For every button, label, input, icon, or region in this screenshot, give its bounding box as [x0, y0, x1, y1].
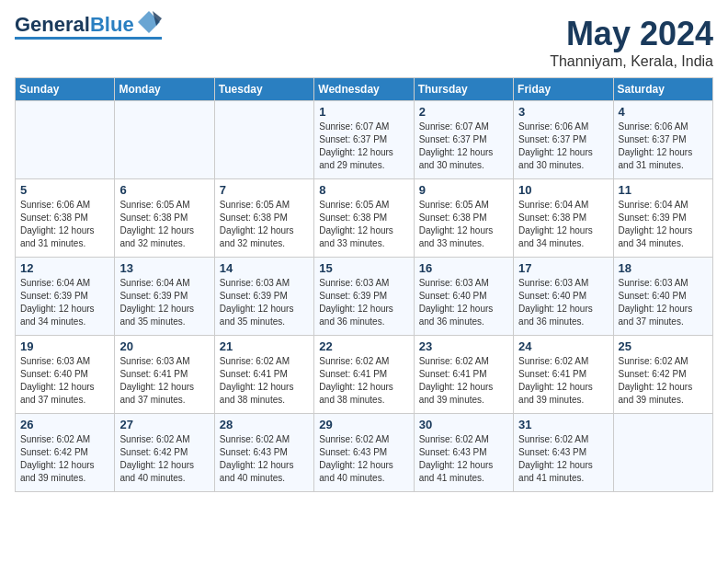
- calendar-cell: 7Sunrise: 6:05 AM Sunset: 6:38 PM Daylig…: [214, 179, 313, 258]
- calendar-cell: 13Sunrise: 6:04 AM Sunset: 6:39 PM Dayli…: [115, 258, 214, 336]
- calendar-week-row: 1Sunrise: 6:07 AM Sunset: 6:37 PM Daylig…: [16, 101, 713, 179]
- day-info: Sunrise: 6:02 AM Sunset: 6:42 PM Dayligh…: [20, 433, 109, 485]
- logo-icon: [136, 9, 162, 35]
- day-info: Sunrise: 6:06 AM Sunset: 6:37 PM Dayligh…: [619, 121, 708, 172]
- day-number: 3: [518, 105, 608, 119]
- calendar-cell: [16, 101, 115, 179]
- day-info: Sunrise: 6:03 AM Sunset: 6:40 PM Dayligh…: [518, 277, 608, 328]
- day-info: Sunrise: 6:04 AM Sunset: 6:39 PM Dayligh…: [619, 199, 708, 250]
- day-info: Sunrise: 6:02 AM Sunset: 6:43 PM Dayligh…: [319, 433, 408, 485]
- calendar-cell: 26Sunrise: 6:02 AM Sunset: 6:42 PM Dayli…: [16, 414, 115, 492]
- day-number: 6: [119, 183, 209, 197]
- calendar-week-row: 26Sunrise: 6:02 AM Sunset: 6:42 PM Dayli…: [16, 414, 713, 492]
- calendar-cell: 6Sunrise: 6:05 AM Sunset: 6:38 PM Daylig…: [115, 179, 214, 258]
- day-number: 16: [419, 261, 508, 275]
- header: GeneralBlue May 2024 Thanniyam, Kerala, …: [15, 15, 713, 70]
- calendar-cell: 12Sunrise: 6:04 AM Sunset: 6:39 PM Dayli…: [16, 258, 115, 336]
- calendar-cell: 31Sunrise: 6:02 AM Sunset: 6:43 PM Dayli…: [514, 414, 613, 492]
- calendar-cell: 18Sunrise: 6:03 AM Sunset: 6:40 PM Dayli…: [613, 258, 712, 336]
- calendar-cell: 27Sunrise: 6:02 AM Sunset: 6:42 PM Dayli…: [115, 414, 214, 492]
- day-info: Sunrise: 6:05 AM Sunset: 6:38 PM Dayligh…: [319, 199, 408, 250]
- calendar-cell: [613, 414, 712, 492]
- day-info: Sunrise: 6:03 AM Sunset: 6:40 PM Dayligh…: [20, 355, 109, 407]
- day-info: Sunrise: 6:02 AM Sunset: 6:42 PM Dayligh…: [119, 433, 209, 485]
- day-info: Sunrise: 6:05 AM Sunset: 6:38 PM Dayligh…: [419, 199, 508, 250]
- logo-underline: [15, 37, 162, 40]
- calendar-cell: 5Sunrise: 6:06 AM Sunset: 6:38 PM Daylig…: [16, 179, 115, 258]
- day-number: 1: [319, 105, 408, 119]
- weekday-header: Wednesday: [314, 78, 414, 101]
- day-number: 27: [119, 418, 209, 431]
- title-area: May 2024 Thanniyam, Kerala, India: [550, 15, 713, 70]
- day-info: Sunrise: 6:03 AM Sunset: 6:40 PM Dayligh…: [419, 277, 508, 328]
- calendar-cell: 20Sunrise: 6:03 AM Sunset: 6:41 PM Dayli…: [115, 336, 214, 414]
- day-info: Sunrise: 6:04 AM Sunset: 6:39 PM Dayligh…: [119, 277, 209, 328]
- calendar-cell: 22Sunrise: 6:02 AM Sunset: 6:41 PM Dayli…: [314, 336, 414, 414]
- day-number: 19: [20, 339, 109, 353]
- weekday-header: Friday: [514, 78, 613, 101]
- day-number: 23: [419, 339, 508, 353]
- day-number: 18: [619, 261, 708, 275]
- day-number: 28: [220, 418, 309, 431]
- day-number: 30: [419, 418, 508, 431]
- calendar-cell: 9Sunrise: 6:05 AM Sunset: 6:38 PM Daylig…: [414, 179, 513, 258]
- calendar-cell: 29Sunrise: 6:02 AM Sunset: 6:43 PM Dayli…: [314, 414, 414, 492]
- day-info: Sunrise: 6:04 AM Sunset: 6:39 PM Dayligh…: [20, 277, 109, 328]
- calendar-cell: [115, 101, 214, 179]
- logo-text: GeneralBlue: [15, 15, 134, 35]
- day-number: 22: [319, 339, 408, 353]
- calendar-subtitle: Thanniyam, Kerala, India: [550, 53, 713, 70]
- day-number: 5: [20, 183, 109, 197]
- calendar-cell: [214, 101, 313, 179]
- day-info: Sunrise: 6:03 AM Sunset: 6:39 PM Dayligh…: [319, 277, 408, 328]
- calendar-cell: 30Sunrise: 6:02 AM Sunset: 6:43 PM Dayli…: [414, 414, 513, 492]
- day-number: 24: [518, 339, 608, 353]
- calendar-cell: 4Sunrise: 6:06 AM Sunset: 6:37 PM Daylig…: [613, 101, 712, 179]
- day-info: Sunrise: 6:02 AM Sunset: 6:41 PM Dayligh…: [220, 355, 309, 407]
- day-number: 11: [619, 183, 708, 197]
- day-number: 14: [220, 261, 309, 275]
- calendar-week-row: 5Sunrise: 6:06 AM Sunset: 6:38 PM Daylig…: [16, 179, 713, 258]
- weekday-header: Tuesday: [214, 78, 313, 101]
- calendar-cell: 15Sunrise: 6:03 AM Sunset: 6:39 PM Dayli…: [314, 258, 414, 336]
- calendar-week-row: 19Sunrise: 6:03 AM Sunset: 6:40 PM Dayli…: [16, 336, 713, 414]
- calendar-cell: 1Sunrise: 6:07 AM Sunset: 6:37 PM Daylig…: [314, 101, 414, 179]
- day-info: Sunrise: 6:07 AM Sunset: 6:37 PM Dayligh…: [419, 121, 508, 172]
- calendar-cell: 10Sunrise: 6:04 AM Sunset: 6:38 PM Dayli…: [514, 179, 613, 258]
- calendar-cell: 28Sunrise: 6:02 AM Sunset: 6:43 PM Dayli…: [214, 414, 313, 492]
- calendar-week-row: 12Sunrise: 6:04 AM Sunset: 6:39 PM Dayli…: [16, 258, 713, 336]
- weekday-header-row: SundayMondayTuesdayWednesdayThursdayFrid…: [16, 78, 713, 101]
- day-number: 13: [119, 261, 209, 275]
- day-number: 26: [20, 418, 109, 431]
- day-number: 29: [319, 418, 408, 431]
- day-number: 7: [220, 183, 309, 197]
- weekday-header: Saturday: [613, 78, 712, 101]
- day-number: 17: [518, 261, 608, 275]
- day-info: Sunrise: 6:02 AM Sunset: 6:43 PM Dayligh…: [419, 433, 508, 485]
- day-info: Sunrise: 6:03 AM Sunset: 6:41 PM Dayligh…: [119, 355, 209, 407]
- day-info: Sunrise: 6:07 AM Sunset: 6:37 PM Dayligh…: [319, 121, 408, 172]
- weekday-header: Monday: [115, 78, 214, 101]
- day-info: Sunrise: 6:02 AM Sunset: 6:41 PM Dayligh…: [419, 355, 508, 407]
- calendar-cell: 25Sunrise: 6:02 AM Sunset: 6:42 PM Dayli…: [613, 336, 712, 414]
- calendar-cell: 3Sunrise: 6:06 AM Sunset: 6:37 PM Daylig…: [514, 101, 613, 179]
- day-info: Sunrise: 6:06 AM Sunset: 6:38 PM Dayligh…: [20, 199, 109, 250]
- day-number: 15: [319, 261, 408, 275]
- calendar-table: SundayMondayTuesdayWednesdayThursdayFrid…: [15, 77, 713, 492]
- day-info: Sunrise: 6:02 AM Sunset: 6:43 PM Dayligh…: [220, 433, 309, 485]
- day-number: 4: [619, 105, 708, 119]
- calendar-cell: 8Sunrise: 6:05 AM Sunset: 6:38 PM Daylig…: [314, 179, 414, 258]
- calendar-cell: 17Sunrise: 6:03 AM Sunset: 6:40 PM Dayli…: [514, 258, 613, 336]
- calendar-cell: 11Sunrise: 6:04 AM Sunset: 6:39 PM Dayli…: [613, 179, 712, 258]
- day-number: 21: [220, 339, 309, 353]
- day-info: Sunrise: 6:05 AM Sunset: 6:38 PM Dayligh…: [119, 199, 209, 250]
- calendar-cell: 21Sunrise: 6:02 AM Sunset: 6:41 PM Dayli…: [214, 336, 313, 414]
- calendar-cell: 2Sunrise: 6:07 AM Sunset: 6:37 PM Daylig…: [414, 101, 513, 179]
- day-number: 31: [518, 418, 608, 431]
- day-info: Sunrise: 6:03 AM Sunset: 6:39 PM Dayligh…: [220, 277, 309, 328]
- day-number: 12: [20, 261, 109, 275]
- day-number: 2: [419, 105, 508, 119]
- day-number: 25: [619, 339, 708, 353]
- calendar-cell: 14Sunrise: 6:03 AM Sunset: 6:39 PM Dayli…: [214, 258, 313, 336]
- weekday-header: Sunday: [16, 78, 115, 101]
